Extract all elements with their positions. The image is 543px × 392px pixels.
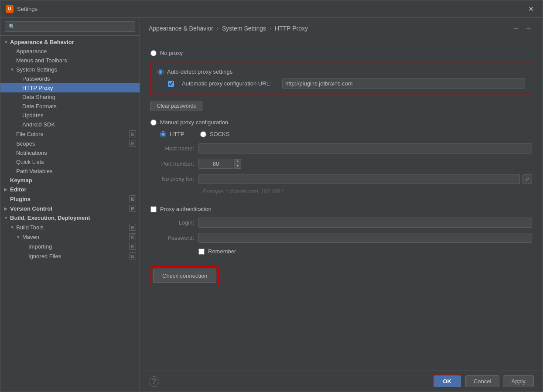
port-input[interactable] — [198, 159, 233, 169]
auto-url-label: Automatic proxy configuration URL: — [182, 80, 278, 87]
sidebar-item-label: Build, Execution, Deployment — [10, 215, 136, 221]
port-wrapper: ▲ ▼ — [198, 159, 241, 169]
sidebar-item-android-sdk[interactable]: Android SDK — [0, 120, 140, 129]
external-icon: ⊞ — [129, 252, 136, 259]
search-input[interactable] — [5, 21, 135, 32]
sidebar-item-label: Maven — [22, 234, 127, 240]
sidebar-item-quick-lists[interactable]: Quick Lists — [0, 157, 140, 167]
external-icon: ⊞ — [129, 205, 136, 212]
no-proxy-row: No proxy — [150, 48, 532, 58]
sidebar-item-ignored-files[interactable]: Ignored Files ⊞ — [0, 251, 140, 261]
auto-url-checkbox[interactable] — [168, 81, 174, 87]
settings-panel: No proxy Auto-detect proxy settings Auto… — [140, 39, 543, 371]
no-proxy-radio[interactable] — [150, 50, 157, 56]
breadcrumb-system-settings: System Settings — [222, 25, 266, 32]
remember-label: Remember — [208, 248, 236, 255]
sidebar-item-system-settings[interactable]: ▼ System Settings — [0, 65, 140, 74]
sidebar-item-label: Appearance & Behavior — [10, 39, 136, 45]
sidebar-item-build-tools[interactable]: ▼ Build Tools ⊞ — [0, 222, 140, 232]
sidebar-item-label: Notifications — [16, 150, 136, 156]
hostname-label: Host name: — [150, 145, 198, 152]
hostname-input[interactable] — [198, 143, 532, 153]
sidebar-item-label: Appearance — [16, 48, 136, 55]
socks-row: SOCKS — [200, 129, 230, 139]
sidebar-item-date-formats[interactable]: Date Formats — [0, 102, 140, 111]
example-text: Example: *.domain.com, 192.168.* — [150, 187, 532, 196]
sidebar-item-importing[interactable]: Importing ⊞ — [0, 242, 140, 251]
sidebar-item-appearance[interactable]: Appearance — [0, 47, 140, 56]
main-panel: Appearance & Behavior › System Settings … — [140, 18, 543, 392]
sidebar-item-menus-toolbars[interactable]: Menus and Toolbars — [0, 56, 140, 65]
no-proxy-for-input[interactable] — [198, 174, 520, 184]
auto-detect-section: Auto-detect proxy settings Automatic pro… — [150, 61, 532, 95]
expand-arrow: ▼ — [10, 67, 16, 72]
remember-checkbox[interactable] — [198, 249, 205, 255]
breadcrumb-nav: ← → — [511, 23, 534, 34]
breadcrumb-forward-button[interactable]: → — [523, 23, 534, 34]
sidebar-item-label: Android SDK — [22, 121, 136, 128]
expand-button[interactable]: ⤢ — [523, 174, 532, 184]
breadcrumb-back-button[interactable]: ← — [511, 23, 522, 34]
expand-arrow: ▼ — [16, 235, 22, 239]
apply-button[interactable]: Apply — [503, 375, 534, 387]
sidebar-item-maven[interactable]: ▼ Maven ⊞ — [0, 232, 140, 242]
sidebar-item-notifications[interactable]: Notifications — [0, 148, 140, 157]
proxy-auth-checkbox[interactable] — [150, 206, 157, 212]
footer: ? OK Cancel Apply — [140, 371, 543, 392]
sidebar-item-keymap[interactable]: Keymap — [0, 176, 140, 185]
clear-passwords-button[interactable]: Clear passwords — [150, 101, 202, 111]
port-up-button[interactable]: ▲ — [234, 159, 241, 164]
sidebar-item-http-proxy[interactable]: HTTP Proxy — [0, 83, 140, 92]
sidebar-item-plugins[interactable]: Plugins ⊞ — [0, 194, 140, 204]
breadcrumb-appearance-behavior: Appearance & Behavior — [149, 25, 213, 32]
sidebar: ▼ Appearance & Behavior Appearance Menus… — [0, 18, 140, 392]
auto-detect-radio[interactable] — [157, 69, 164, 75]
sidebar-item-label: Updates — [22, 112, 136, 119]
no-proxy-for-label: No proxy for: — [150, 176, 198, 182]
proxy-auth-section: Proxy authentication Login: Password: — [150, 203, 532, 257]
expand-arrow: ▼ — [4, 215, 10, 220]
login-input[interactable] — [198, 218, 532, 228]
external-icon: ⊞ — [129, 224, 136, 231]
sidebar-item-appearance-behavior[interactable]: ▼ Appearance & Behavior — [0, 37, 140, 47]
sidebar-item-label: Build Tools — [16, 224, 127, 231]
http-radio[interactable] — [160, 131, 166, 137]
help-button[interactable]: ? — [149, 376, 159, 387]
external-icon: ⊞ — [129, 130, 136, 137]
manual-proxy-radio[interactable] — [150, 119, 157, 126]
close-button[interactable]: ✕ — [525, 3, 537, 15]
sidebar-item-passwords[interactable]: Passwords — [0, 74, 140, 83]
port-label: Port number: — [150, 160, 198, 167]
port-down-button[interactable]: ▼ — [234, 164, 241, 169]
sidebar-item-label: Plugins — [10, 196, 127, 202]
sidebar-item-data-sharing[interactable]: Data Sharing — [0, 92, 140, 102]
sidebar-item-label: Version Control — [10, 205, 127, 212]
breadcrumb-sep2: › — [270, 25, 271, 31]
sidebar-item-file-colors[interactable]: File Colors ⊞ — [0, 129, 140, 139]
search-box — [0, 18, 140, 36]
sidebar-item-updates[interactable]: Updates — [0, 111, 140, 120]
sidebar-item-path-variables[interactable]: Path Variables — [0, 167, 140, 176]
proxy-auth-label: Proxy authentication — [160, 206, 212, 212]
expand-arrow: ▼ — [10, 225, 16, 230]
socks-label: SOCKS — [210, 131, 230, 137]
sidebar-item-label: Importing — [28, 243, 127, 250]
socks-radio[interactable] — [200, 131, 206, 137]
login-row: Login: — [150, 215, 532, 230]
proxy-url-input[interactable] — [282, 78, 525, 89]
sidebar-item-label: File Colors — [16, 131, 127, 137]
sidebar-item-build-exec-deploy[interactable]: ▼ Build, Execution, Deployment — [0, 213, 140, 222]
sidebar-item-scopes[interactable]: Scopes ⊞ — [0, 139, 140, 148]
window-title: Settings — [17, 6, 525, 12]
sidebar-item-version-control[interactable]: ▶ Version Control ⊞ — [0, 204, 140, 213]
breadcrumb-http-proxy: HTTP Proxy — [275, 25, 308, 32]
ok-button[interactable]: OK — [434, 375, 461, 387]
auto-detect-row: Auto-detect proxy settings — [157, 67, 525, 77]
clear-passwords-wrapper: Clear passwords — [150, 101, 532, 117]
check-connection-button[interactable]: Check connection — [153, 269, 216, 283]
password-input[interactable] — [198, 233, 532, 243]
sidebar-item-editor[interactable]: ▶ Editor — [0, 185, 140, 194]
proxy-auth-row: Proxy authentication — [150, 203, 532, 215]
password-row: Password: — [150, 230, 532, 245]
cancel-button[interactable]: Cancel — [465, 375, 499, 387]
